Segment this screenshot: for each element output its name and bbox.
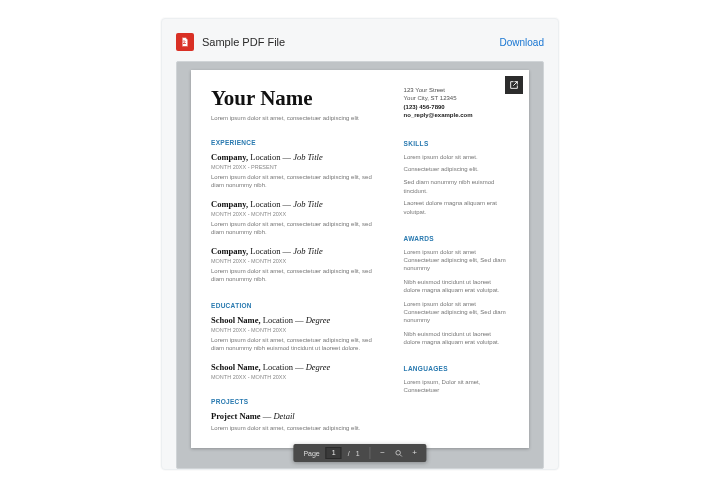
zoom-reset-button[interactable] bbox=[391, 445, 407, 461]
contact-city: Your City, ST 12345 bbox=[404, 94, 509, 102]
file-title: Sample PDF File bbox=[202, 36, 285, 48]
section-projects: PROJECTS bbox=[211, 398, 380, 405]
section-skills: SKILLS bbox=[404, 140, 509, 147]
experience-dates: MONTH 20XX - PRESENT bbox=[211, 164, 380, 170]
education-heading: School Name, Location — Degree bbox=[211, 315, 380, 325]
experience-heading: Company, Location — Job Title bbox=[211, 152, 380, 162]
education-item: School Name, Location — Degree MONTH 20X… bbox=[211, 315, 380, 352]
experience-dates: MONTH 20XX - MONTH 20XX bbox=[211, 211, 380, 217]
experience-heading: Company, Location — Job Title bbox=[211, 246, 380, 256]
pdf-page: Your Name Lorem ipsum dolor sit amet, co… bbox=[191, 70, 529, 448]
magnifier-icon bbox=[394, 449, 403, 458]
zoom-in-button[interactable]: + bbox=[407, 445, 423, 461]
skills-line: Lorem ipsum dolor sit amet. bbox=[404, 153, 509, 162]
pdf-icon bbox=[176, 33, 194, 51]
experience-body: Lorem ipsum dolor sit amet, consectetuer… bbox=[211, 173, 380, 189]
svg-point-0 bbox=[396, 450, 401, 455]
skills-line: Sed diam nonummy nibh euismod tincidunt. bbox=[404, 178, 509, 195]
section-education: EDUCATION bbox=[211, 302, 380, 309]
project-heading: Project Name — Detail bbox=[211, 411, 380, 421]
experience-body: Lorem ipsum dolor sit amet, consectetuer… bbox=[211, 220, 380, 236]
experience-heading: Company, Location — Job Title bbox=[211, 199, 380, 209]
pdf-card: Sample PDF File Download Your Name Lorem… bbox=[161, 18, 559, 470]
contact-block: 123 Your Street Your City, ST 12345 (123… bbox=[404, 86, 509, 120]
card-header: Sample PDF File Download bbox=[176, 31, 544, 53]
toolbar-page-input[interactable]: 1 bbox=[326, 447, 342, 459]
plus-icon: + bbox=[412, 449, 417, 457]
awards-line: Nibh euismod tincidunt ut laoreet dolore… bbox=[404, 330, 509, 347]
education-dates: MONTH 20XX - MONTH 20XX bbox=[211, 374, 380, 380]
page-columns: Your Name Lorem ipsum dolor sit amet, co… bbox=[211, 86, 509, 432]
svg-line-1 bbox=[400, 454, 402, 456]
skills-block: Lorem ipsum dolor sit amet. Consectetuer… bbox=[404, 153, 509, 217]
toolbar-separator bbox=[370, 447, 371, 459]
contact-phone: (123) 456-7890 bbox=[404, 103, 509, 111]
toolbar-page-sep: / bbox=[342, 450, 356, 457]
download-link[interactable]: Download bbox=[500, 37, 544, 48]
section-languages: LANGUAGES bbox=[404, 365, 509, 372]
education-body: Lorem ipsum dolor sit amet, consectetuer… bbox=[211, 336, 380, 352]
languages-block: Lorem ipsum, Dolor sit amet, Consectetue… bbox=[404, 378, 509, 395]
minus-icon: − bbox=[380, 449, 385, 457]
education-item: School Name, Location — Degree MONTH 20X… bbox=[211, 362, 380, 380]
awards-line: Nibh euismod tincidunt ut laoreet dolore… bbox=[404, 278, 509, 295]
languages-line: Lorem ipsum, Dolor sit amet, Consectetue… bbox=[404, 378, 509, 395]
toolbar-page-label: Page bbox=[297, 450, 325, 457]
contact-street: 123 Your Street bbox=[404, 86, 509, 94]
resume-name: Your Name bbox=[211, 86, 380, 111]
experience-item: Company, Location — Job Title MONTH 20XX… bbox=[211, 199, 380, 236]
pdf-viewer: Your Name Lorem ipsum dolor sit amet, co… bbox=[176, 61, 544, 469]
skills-line: Consectetuer adipiscing elit. bbox=[404, 165, 509, 174]
project-body: Lorem ipsum dolor sit amet, consectetuer… bbox=[211, 424, 380, 432]
project-item: Project Name — Detail Lorem ipsum dolor … bbox=[211, 411, 380, 432]
awards-line: Lorem ipsum dolor sit amet Consectetuer … bbox=[404, 248, 509, 273]
resume-subtitle: Lorem ipsum dolor sit amet, consectetuer… bbox=[211, 115, 380, 121]
section-awards: AWARDS bbox=[404, 235, 509, 242]
stage: Sample PDF File Download Your Name Lorem… bbox=[0, 0, 720, 500]
zoom-out-button[interactable]: − bbox=[375, 445, 391, 461]
right-column: 123 Your Street Your City, ST 12345 (123… bbox=[404, 86, 509, 432]
left-column: Your Name Lorem ipsum dolor sit amet, co… bbox=[211, 86, 380, 432]
viewer-toolbar: Page 1 / 1 − + bbox=[293, 444, 426, 462]
open-external-button[interactable] bbox=[505, 76, 523, 94]
experience-dates: MONTH 20XX - MONTH 20XX bbox=[211, 258, 380, 264]
contact-email: no_reply@example.com bbox=[404, 111, 509, 119]
awards-line: Lorem ipsum dolor sit amet Consectetuer … bbox=[404, 300, 509, 325]
experience-item: Company, Location — Job Title MONTH 20XX… bbox=[211, 246, 380, 283]
section-experience: EXPERIENCE bbox=[211, 139, 380, 146]
skills-line: Laoreet dolore magna aliquam erat volutp… bbox=[404, 199, 509, 216]
education-heading: School Name, Location — Degree bbox=[211, 362, 380, 372]
education-dates: MONTH 20XX - MONTH 20XX bbox=[211, 327, 380, 333]
experience-item: Company, Location — Job Title MONTH 20XX… bbox=[211, 152, 380, 189]
header-left: Sample PDF File bbox=[176, 33, 285, 51]
toolbar-page-total: 1 bbox=[356, 450, 366, 457]
experience-body: Lorem ipsum dolor sit amet, consectetuer… bbox=[211, 267, 380, 283]
awards-block: Lorem ipsum dolor sit amet Consectetuer … bbox=[404, 248, 509, 347]
